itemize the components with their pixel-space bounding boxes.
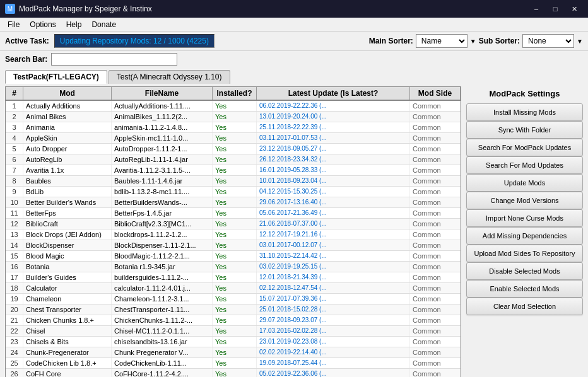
- main-sorter-select[interactable]: Name Mod FileName Installed Date Side: [416, 34, 467, 48]
- col-num[interactable]: #: [6, 87, 23, 100]
- table-header: # Mod FileName Installed? Latest Update …: [6, 87, 461, 101]
- sidebar-button-add-missing-dependencies[interactable]: Add Missing Dependencies: [466, 227, 583, 245]
- search-input[interactable]: [51, 53, 177, 66]
- table-cell: 23: [6, 337, 23, 347]
- table-row[interactable]: 24Chunk-PregeneratorChunk Pregenerator V…: [6, 347, 461, 358]
- table-row[interactable]: 26CoFH CoreCoFHCore-1.11.2-4.2....Yes05.…: [6, 369, 461, 377]
- table-cell: 10: [6, 197, 23, 207]
- table-cell: Yes: [213, 229, 257, 240]
- table-cell: Common: [410, 262, 461, 272]
- maximize-button[interactable]: □: [546, 3, 564, 15]
- table-cell: 12.01.2018-21.34.39 (...: [257, 272, 410, 282]
- col-mod[interactable]: Mod: [23, 87, 112, 100]
- table-cell: 16.01.2019-05.28.33 (...: [257, 165, 410, 175]
- sidebar-button-sync-with-folder[interactable]: Sync With Folder: [466, 121, 583, 139]
- minimize-button[interactable]: –: [527, 3, 545, 15]
- table-row[interactable]: 23Chisels & Bitschiselsandbits-13.16.jar…: [6, 337, 461, 347]
- table-row[interactable]: 22ChiselChisel-MC1.11.2-0.1.1...Yes17.03…: [6, 326, 461, 337]
- table-cell: bdlib-1.13.2-8-mc1.11....: [112, 187, 213, 197]
- table-row[interactable]: 7Avaritia 1.1xAvaritia-1.11.2-3.1.1.5-..…: [6, 165, 461, 176]
- window-title: ModPack Manager by Speiger & Instinx: [19, 4, 527, 13]
- table-cell: 2: [6, 112, 23, 122]
- table-cell: Common: [410, 112, 461, 122]
- table-row[interactable]: 25CodeChicken Lib 1.8.+CodeChickenLib-1.…: [6, 358, 461, 369]
- table-cell: 7: [6, 165, 23, 175]
- sidebar-button-install-missing-mods[interactable]: Install Missing Mods: [466, 103, 583, 121]
- col-mod-side[interactable]: Mod Side: [410, 87, 461, 100]
- table-cell: 31.10.2015-22.14.42 (...: [257, 251, 410, 261]
- tab-bar: TestPack(FTL-LEGACY) Test(A Minecraft Od…: [0, 67, 588, 84]
- table-cell: 05.06.2017-21.36.49 (...: [257, 208, 410, 218]
- table-cell: Better Builder's Wands: [23, 197, 112, 207]
- table-cell: BiblioCraft[v2.3.3][MC1...: [112, 219, 213, 229]
- sidebar-button-change-mod-versions[interactable]: Change Mod Versions: [466, 192, 583, 209]
- search-bar-row: Search Bar:: [0, 51, 588, 67]
- table-cell: Yes: [213, 294, 257, 304]
- sub-sorter-select[interactable]: None Name Mod FileName: [522, 34, 574, 48]
- table-row[interactable]: 14BlockDispenserBlockDispenser-1.11-2.1.…: [6, 240, 461, 251]
- tab-minecraft-odyssey[interactable]: Test(A Minecraft Odyssey 1.10): [109, 70, 230, 84]
- table-cell: BetterBuildersWands-...: [112, 197, 213, 207]
- table-row[interactable]: 8BaublesBaubles-1.11-1.4.6.jarYes10.01.2…: [6, 176, 461, 187]
- menu-file[interactable]: File: [3, 19, 25, 30]
- table-row[interactable]: 13Block Drops (JEI Addon)blockdrops-1.11…: [6, 229, 461, 240]
- menu-bar: File Options Help Donate: [0, 18, 588, 32]
- table-row[interactable]: 9BdLibbdlib-1.13.2-8-mc1.11....Yes04.12.…: [6, 187, 461, 197]
- table-row[interactable]: 12BiblioCraftBiblioCraft[v2.3.3][MC1...Y…: [6, 219, 461, 229]
- table-row[interactable]: 10Better Builder's WandsBetterBuildersWa…: [6, 197, 461, 208]
- table-cell: 3: [6, 122, 23, 132]
- table-cell: Botania: [23, 262, 112, 272]
- table-row[interactable]: 17Builder's Guidesbuildersguides-1.11.2-…: [6, 272, 461, 283]
- table-cell: Common: [410, 176, 461, 186]
- menu-options[interactable]: Options: [25, 19, 61, 30]
- table-cell: Yes: [213, 176, 257, 186]
- sidebar-button-search-for-modpack-updates[interactable]: Search For ModPack Updates: [466, 139, 583, 156]
- table-cell: 22: [6, 326, 23, 336]
- table-cell: Baubles-1.11-1.4.6.jar: [112, 176, 213, 186]
- menu-help[interactable]: Help: [61, 19, 87, 30]
- sorter-arrow-icon: ▼: [470, 38, 476, 45]
- col-installed[interactable]: Installed?: [213, 87, 257, 100]
- col-filename[interactable]: FileName: [112, 87, 213, 100]
- menu-donate[interactable]: Donate: [86, 19, 121, 30]
- sidebar-button-update-mods[interactable]: Update Mods: [466, 174, 583, 192]
- sidebar-button-upload-mod-sides-to-repository[interactable]: Upload Mod Sides To Repository: [466, 245, 583, 262]
- table-row[interactable]: 20Chest TransporterChestTransporter-1.11…: [6, 304, 461, 315]
- table-cell: 13.01.2019-20.24.00 (...: [257, 112, 410, 122]
- table-row[interactable]: 1Actually AdditionsActuallyAdditions-1.1…: [6, 101, 461, 112]
- table-row[interactable]: 3Animaniaanimania-1.11.2-1.4.8...Yes25.1…: [6, 122, 461, 133]
- table-row[interactable]: 11BetterFpsBetterFps-1.4.5.jarYes05.06.2…: [6, 208, 461, 219]
- table-row[interactable]: 21Chicken Chunks 1.8.+ChickenChunks-1.11…: [6, 315, 461, 326]
- sidebar-button-import-none-curse-mods[interactable]: Import None Curse Mods: [466, 209, 583, 227]
- table-row[interactable]: 5Auto DropperAutoDropper-1.11.2-1...Yes2…: [6, 144, 461, 154]
- table-body[interactable]: 1Actually AdditionsActuallyAdditions-1.1…: [6, 101, 461, 377]
- table-cell: Common: [410, 304, 461, 315]
- table-row[interactable]: 15Blood MagicBloodMagic-1.11.2-2.1...Yes…: [6, 251, 461, 262]
- table-cell: Chest Transporter: [23, 304, 112, 315]
- table-cell: chiselsandbits-13.16.jar: [112, 337, 213, 347]
- table-cell: 13: [6, 229, 23, 240]
- table-cell: Common: [410, 283, 461, 293]
- tab-testpack-ftl-legacy[interactable]: TestPack(FTL-LEGACY): [5, 70, 107, 84]
- sidebar-button-disable-selected-mods[interactable]: Disable Selected Mods: [466, 262, 583, 280]
- table-cell: Yes: [213, 304, 257, 315]
- sidebar-button-enable-selected-mods[interactable]: Enable Selected Mods: [466, 280, 583, 298]
- table-row[interactable]: 4AppleSkinAppleSkin-mc1.11-1.0...Yes03.1…: [6, 133, 461, 144]
- table-cell: 20: [6, 304, 23, 315]
- table-cell: Common: [410, 272, 461, 282]
- close-button[interactable]: ✕: [565, 3, 583, 15]
- table-row[interactable]: 18Calculatorcalculator-1.11.2-4.01.j...Y…: [6, 283, 461, 294]
- table-row[interactable]: 6AutoRegLibAutoRegLib-1.11-1.4.jarYes26.…: [6, 154, 461, 165]
- table-row[interactable]: 2Animal BikesAnimalBikes_1.11.2(2...Yes1…: [6, 112, 461, 122]
- table-cell: ChickenChunks-1.11.2-...: [112, 315, 213, 325]
- table-cell: 15.07.2017-07.39.36 (...: [257, 294, 410, 304]
- table-row[interactable]: 16BotaniaBotania r1.9-345.jarYes03.02.20…: [6, 262, 461, 272]
- sidebar-button-clear-mod-selection[interactable]: Clear Mod Selection: [466, 298, 583, 315]
- table-cell: 16: [6, 262, 23, 272]
- col-latest-update[interactable]: Latest Update (Is Latest?: [257, 87, 410, 100]
- table-cell: Yes: [213, 358, 257, 368]
- table-cell: Animal Bikes: [23, 112, 112, 122]
- sidebar-button-search-for-mod-updates[interactable]: Search For Mod Updates: [466, 156, 583, 174]
- table-row[interactable]: 19ChameleonChameleon-1.11.2-3.1...Yes15.…: [6, 294, 461, 304]
- table-cell: Chunk-Pregenerator: [23, 347, 112, 357]
